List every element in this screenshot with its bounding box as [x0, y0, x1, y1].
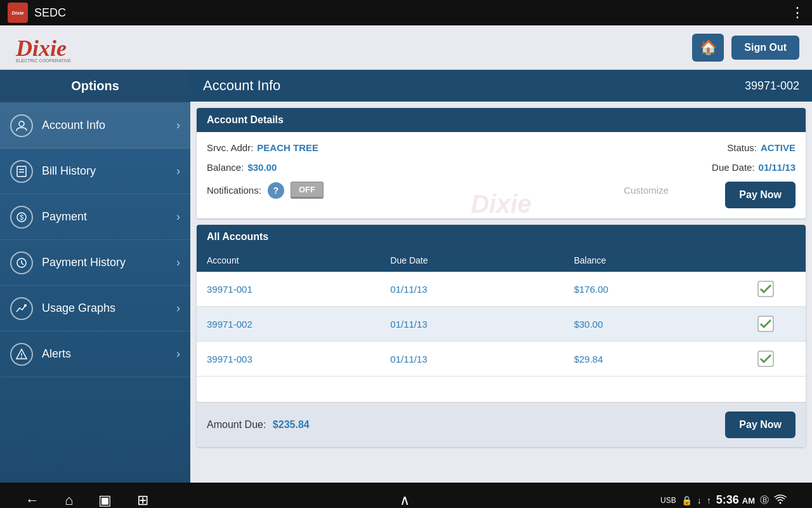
- checkbox-icon[interactable]: [757, 316, 774, 332]
- account-id: 39971-003: [207, 354, 390, 364]
- sidebar-item-account-info[interactable]: Account Info ›: [0, 103, 190, 149]
- notifications-toggle[interactable]: OFF: [291, 182, 324, 199]
- alerts-icon: [10, 343, 33, 366]
- col-due-date: Due Date: [390, 255, 573, 265]
- download-icon: ↓: [697, 495, 702, 505]
- sidebar-item-payment-history[interactable]: Payment History ›: [0, 240, 190, 286]
- account-details-header: Account Details: [197, 108, 806, 132]
- svg-text:$: $: [20, 213, 23, 221]
- svg-rect-3: [17, 166, 26, 177]
- payment-history-icon: [10, 251, 33, 274]
- help-icon[interactable]: ?: [268, 182, 284, 199]
- balance-cell: $176.00: [574, 284, 757, 295]
- svg-point-12: [21, 356, 22, 358]
- svg-point-9: [24, 304, 27, 307]
- home-nav-button[interactable]: ⌂: [65, 492, 73, 509]
- table-row[interactable]: 39971-003 01/11/13 $29.84: [197, 342, 806, 377]
- balance-cell: $29.84: [574, 354, 757, 364]
- all-accounts-header: All Accounts: [197, 225, 806, 249]
- sidebar-label-payment: Payment: [42, 210, 87, 224]
- all-accounts-card: All Accounts Account Due Date Balance 39…: [197, 225, 806, 447]
- bottom-nav-center: ∧: [148, 492, 660, 509]
- table-row[interactable]: 39971-002 01/11/13 $30.00: [197, 307, 806, 342]
- chevron-icon: ›: [176, 210, 180, 224]
- sidebar: Options Account Info › Bill History ›: [0, 70, 190, 483]
- due-date-label: Due Date:: [712, 162, 755, 173]
- up-arrow[interactable]: ∧: [400, 492, 410, 509]
- app-title: SEDC: [34, 6, 66, 20]
- balance-cell: $30.00: [574, 319, 757, 330]
- chevron-icon: ›: [176, 256, 180, 269]
- bottom-nav-left: ← ⌂ ▣ ⊞: [25, 492, 148, 509]
- app-icon: Dixie: [8, 3, 28, 23]
- account-details-card: Account Details Srvc. Addr: PEACH TREE B…: [197, 108, 806, 218]
- account-info-icon: [10, 114, 33, 137]
- lock-icon: 🔒: [681, 495, 692, 505]
- bottom-nav-right: USB 🔒 ↓ ↑ 5:36 AM Ⓑ: [660, 493, 787, 507]
- svg-text:Dixie: Dixie: [15, 36, 67, 61]
- due-date-cell: 01/11/13: [390, 319, 573, 330]
- sidebar-label-alerts: Alerts: [42, 347, 71, 361]
- svc-addr-label: Srvc. Addr:: [207, 142, 253, 153]
- sidebar-label-account-info: Account Info: [42, 119, 105, 132]
- table-row[interactable]: 39971-001 01/11/13 $176.00: [197, 272, 806, 307]
- due-date-cell: 01/11/13: [390, 354, 573, 364]
- svg-point-16: [780, 502, 782, 504]
- pay-now-button-bottom[interactable]: Pay Now: [725, 411, 796, 438]
- bill-history-icon: [10, 160, 33, 183]
- wifi-icon: [774, 494, 787, 506]
- sidebar-item-alerts[interactable]: Alerts ›: [0, 331, 190, 377]
- pay-now-button-top[interactable]: Pay Now: [725, 182, 796, 208]
- status-bar-menu[interactable]: ⋮: [790, 4, 804, 21]
- sidebar-title: Options: [0, 70, 190, 103]
- checkbox-icon[interactable]: [757, 351, 774, 367]
- bottom-bar: ← ⌂ ▣ ⊞ ∧ USB 🔒 ↓ ↑ 5:36 AM Ⓑ: [0, 483, 812, 508]
- svg-text:ELECTRIC COOPERATIVE: ELECTRIC COOPERATIVE: [16, 58, 71, 63]
- sidebar-item-payment[interactable]: $ Payment ›: [0, 194, 190, 240]
- svc-addr-value: PEACH TREE: [257, 142, 318, 153]
- recent-button[interactable]: ▣: [98, 492, 112, 509]
- checkbox-icon[interactable]: [757, 281, 774, 297]
- chevron-icon: ›: [176, 302, 180, 315]
- status-label: Status:: [727, 142, 757, 153]
- balance-label: Balance:: [207, 162, 244, 173]
- status-value: ACTIVE: [761, 142, 796, 153]
- sidebar-label-usage-graphs: Usage Graphs: [42, 302, 115, 315]
- status-bar-left: Dixie SEDC: [8, 3, 66, 23]
- svg-point-2: [19, 121, 24, 126]
- app-icon-label: Dixie: [11, 10, 23, 16]
- header: Dixie ELECTRIC COOPERATIVE 🏠 Sign Out: [0, 25, 812, 70]
- due-date-cell: 01/11/13: [390, 284, 573, 295]
- logo-svg: Dixie ELECTRIC COOPERATIVE: [13, 32, 89, 64]
- logo: Dixie ELECTRIC COOPERATIVE: [13, 32, 89, 64]
- account-id: 39971-001: [207, 284, 390, 295]
- signout-button[interactable]: Sign Out: [731, 36, 799, 60]
- balance-value: $30.00: [247, 162, 277, 173]
- col-check: [757, 255, 796, 265]
- amount-due-label: Amount Due: $235.84: [207, 419, 310, 431]
- chevron-icon: ›: [176, 164, 180, 178]
- customize-button[interactable]: Customize: [624, 185, 669, 196]
- content-header: Account Info 39971-002: [190, 70, 812, 102]
- account-id: 39971-002: [207, 319, 390, 330]
- back-button[interactable]: ←: [25, 492, 39, 509]
- content-area: Account Info 39971-002 Account Details S…: [190, 70, 812, 483]
- grid-button[interactable]: ⊞: [137, 492, 148, 509]
- sidebar-item-usage-graphs[interactable]: Usage Graphs ›: [0, 286, 190, 331]
- header-right: 🏠 Sign Out: [692, 34, 799, 62]
- content-title: Account Info: [203, 77, 280, 94]
- col-balance: Balance: [574, 255, 757, 265]
- bluetooth-icon: Ⓑ: [760, 495, 769, 506]
- time-display: 5:36 AM: [716, 493, 755, 507]
- chevron-icon: ›: [176, 119, 180, 132]
- home-button[interactable]: 🏠: [692, 34, 724, 62]
- notifications-label: Notifications:: [207, 185, 261, 196]
- table-header: Account Due Date Balance: [197, 249, 806, 272]
- sidebar-label-payment-history: Payment History: [42, 256, 126, 269]
- sidebar-item-bill-history[interactable]: Bill History ›: [0, 149, 190, 194]
- payment-icon: $: [10, 206, 33, 229]
- account-details-body: Srvc. Addr: PEACH TREE Balance: $30.00 N…: [197, 132, 806, 218]
- usage-graphs-icon: [10, 297, 33, 320]
- accounts-footer: Amount Due: $235.84 Pay Now: [197, 402, 806, 447]
- status-bar: Dixie SEDC ⋮: [0, 0, 812, 25]
